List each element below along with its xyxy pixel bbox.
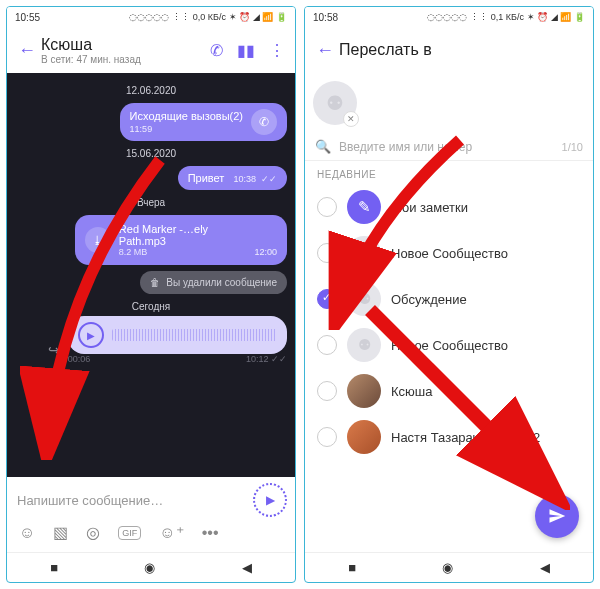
group-icon: ⚉ <box>347 328 381 362</box>
voice-time: 10:12 ✓✓ <box>246 354 287 364</box>
camera-icon[interactable]: ◎ <box>86 523 100 542</box>
nav-recent-icon[interactable]: ■ <box>348 560 356 575</box>
forward-body: ⚉ ✕ 🔍 Введите имя или номер 1/10 НЕДАВНИ… <box>305 73 593 552</box>
checkbox[interactable] <box>317 381 337 401</box>
file-bubble[interactable]: ⭳ Red Marker -…ely Path.mp3 8.2 MB 12:00 <box>75 215 287 265</box>
nav-back-icon[interactable]: ◀ <box>242 560 252 575</box>
file-size: 8.2 MB <box>119 247 247 257</box>
group-icon: ⚉ <box>326 91 344 115</box>
checkbox[interactable] <box>317 243 337 263</box>
forward-appbar: ← Переслать в <box>305 27 593 73</box>
list-item[interactable]: ✎ Мои заметки <box>305 184 593 230</box>
status-time: 10:55 <box>15 12 40 23</box>
status-time: 10:58 <box>313 12 338 23</box>
chat-screen: 10:55 ◌◌◌◌◌ ⋮⋮ 0,0 КБ/с ✶ ⏰ ◢ 📶 🔋 ← Ксюш… <box>6 6 296 583</box>
search-row[interactable]: 🔍 Введите имя или номер 1/10 <box>305 133 593 161</box>
status-icons: ◌◌◌◌◌ ⋮⋮ 0,1 КБ/с ✶ ⏰ ◢ 📶 🔋 <box>427 12 585 22</box>
message-time: 10:38 <box>233 174 256 184</box>
file-time: 12:00 <box>254 247 277 257</box>
gallery-icon[interactable]: ▧ <box>53 523 68 542</box>
list-item[interactable]: Ксюша <box>305 368 593 414</box>
deleted-text: Вы удалили сообщение <box>166 277 277 288</box>
checkbox[interactable] <box>317 427 337 447</box>
chat-title-block[interactable]: Ксюша В сети: 47 мин. назад <box>41 36 210 65</box>
deleted-bubble: 🗑 Вы удалили сообщение <box>140 271 287 294</box>
list-item[interactable]: ⚉ Новое Сообщество <box>305 322 593 368</box>
back-icon[interactable]: ← <box>13 40 41 61</box>
sticker-icon[interactable]: ☺ <box>19 524 35 542</box>
nav-back-icon[interactable]: ◀ <box>540 560 550 575</box>
date-chip: Сегодня <box>132 301 170 312</box>
avatar <box>347 374 381 408</box>
date-chip: Вчера <box>137 197 165 208</box>
item-name: Мои заметки <box>391 200 468 215</box>
status-bar: 10:58 ◌◌◌◌◌ ⋮⋮ 0,1 КБ/с ✶ ⏰ ◢ 📶 🔋 <box>305 7 593 27</box>
checkbox[interactable] <box>317 197 337 217</box>
checkbox-checked[interactable] <box>317 289 337 309</box>
outgoing-call-bubble[interactable]: Исходящие вызовы(2) 11:59 ✆ <box>120 103 287 141</box>
voice-duration: 00:06 <box>68 354 91 364</box>
list-item[interactable]: ⚉ Обсуждение <box>305 276 593 322</box>
call-label: Исходящие вызовы(2) <box>130 110 243 122</box>
back-icon[interactable]: ← <box>311 40 339 61</box>
voice-bubble[interactable]: ▶ <box>68 316 287 354</box>
voice-record-button[interactable]: ▶ <box>253 483 287 517</box>
group-icon: ⚉ <box>347 282 381 316</box>
download-icon[interactable]: ⭳ <box>85 227 111 253</box>
forward-screen: 10:58 ◌◌◌◌◌ ⋮⋮ 0,1 КБ/с ✶ ⏰ ◢ 📶 🔋 ← Пере… <box>304 6 594 583</box>
selected-strip: ⚉ ✕ <box>305 73 593 133</box>
call-icon[interactable]: ✆ <box>210 41 223 60</box>
notes-icon: ✎ <box>347 190 381 224</box>
send-icon <box>548 507 566 525</box>
chat-title: Ксюша <box>41 36 210 54</box>
message-input[interactable]: Напишите сообщение… <box>15 489 253 512</box>
play-icon[interactable]: ▶ <box>78 322 104 348</box>
item-name: Настя Тазарачева Теле2 <box>391 430 540 445</box>
share-icon[interactable]: ↪ <box>48 342 60 364</box>
message-text: Привет <box>188 172 225 184</box>
group-icon: ⚉ <box>347 236 381 270</box>
chat-body: 12.06.2020 Исходящие вызовы(2) 11:59 ✆ 1… <box>7 73 295 477</box>
item-name: Новое Сообщество <box>391 338 508 353</box>
item-name: Новое Сообщество <box>391 246 508 261</box>
status-bar: 10:55 ◌◌◌◌◌ ⋮⋮ 0,0 КБ/с ✶ ⏰ ◢ 📶 🔋 <box>7 7 295 27</box>
list-item[interactable]: Настя Тазарачева Теле2 <box>305 414 593 460</box>
call-time: 11:59 <box>130 124 153 134</box>
section-header: НЕДАВНИЕ <box>305 161 593 184</box>
more-tools-icon[interactable]: ••• <box>202 524 219 542</box>
remove-selection-icon[interactable]: ✕ <box>343 111 359 127</box>
android-navbar: ■ ◉ ◀ <box>7 552 295 582</box>
nav-home-icon[interactable]: ◉ <box>144 560 155 575</box>
waveform <box>112 329 277 341</box>
date-chip: 12.06.2020 <box>126 85 176 96</box>
selected-avatar[interactable]: ⚉ ✕ <box>313 81 357 125</box>
selection-count: 1/10 <box>562 141 583 153</box>
list-item[interactable]: ⚉ Новое Сообщество <box>305 230 593 276</box>
item-name: Обсуждение <box>391 292 467 307</box>
send-button[interactable] <box>535 494 579 538</box>
composer-tools: ☺ ▧ ◎ GIF ☺⁺ ••• <box>15 523 287 546</box>
read-checks-icon: ✓✓ <box>261 174 277 184</box>
item-name: Ксюша <box>391 384 432 399</box>
nav-recent-icon[interactable]: ■ <box>50 560 58 575</box>
video-icon[interactable]: ▮▮ <box>237 41 255 60</box>
chat-subtitle: В сети: 47 мин. назад <box>41 54 210 65</box>
trash-icon: 🗑 <box>150 277 160 288</box>
file-name: Red Marker -…ely Path.mp3 <box>119 223 247 247</box>
search-icon: 🔍 <box>315 139 331 154</box>
status-icons: ◌◌◌◌◌ ⋮⋮ 0,0 КБ/с ✶ ⏰ ◢ 📶 🔋 <box>129 12 287 22</box>
chat-actions: ✆ ▮▮ ⋮ <box>210 41 289 60</box>
voice-row: ↪ ▶ 00:06 10:12 ✓✓ <box>48 316 287 364</box>
nav-home-icon[interactable]: ◉ <box>442 560 453 575</box>
checkbox[interactable] <box>317 335 337 355</box>
gif-icon[interactable]: GIF <box>118 526 141 540</box>
forward-title: Переслать в <box>339 41 587 59</box>
mention-icon[interactable]: ☺⁺ <box>159 523 183 542</box>
date-chip: 15.06.2020 <box>126 148 176 159</box>
android-navbar: ■ ◉ ◀ <box>305 552 593 582</box>
text-bubble[interactable]: Привет 10:38 ✓✓ <box>178 166 287 190</box>
composer: Напишите сообщение… ▶ ☺ ▧ ◎ GIF ☺⁺ ••• <box>7 477 295 552</box>
search-input[interactable]: Введите имя или номер <box>339 140 562 154</box>
more-icon[interactable]: ⋮ <box>269 41 285 60</box>
phone-icon: ✆ <box>251 109 277 135</box>
